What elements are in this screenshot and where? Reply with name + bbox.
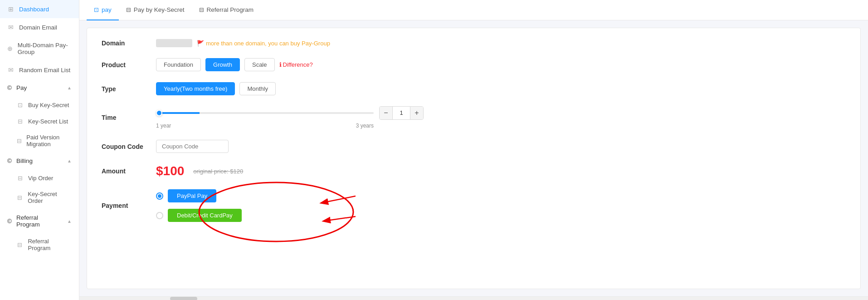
paypal-pay-button[interactable]: PayPal Pay bbox=[168, 189, 216, 202]
payment-row: Payment PayPal Pay Debit/Credit CardPay bbox=[102, 189, 846, 222]
sidebar-group-billing[interactable]: © Billing ▲ bbox=[0, 152, 79, 170]
sidebar-item-label: Multi-Domain Pay-Group bbox=[18, 42, 72, 55]
slider-container: − 1 + 1 year 3 years bbox=[156, 106, 424, 129]
slider-row: − 1 + bbox=[156, 106, 424, 120]
amount-control: $100 original price: $120 bbox=[156, 164, 243, 178]
sidebar-item-key-secret-list[interactable]: ⊟ Key-Secret List bbox=[0, 113, 79, 129]
payment-control: PayPal Pay Debit/Credit CardPay bbox=[156, 189, 242, 222]
coupon-control bbox=[156, 140, 229, 153]
tab-pay-label: pay bbox=[102, 6, 112, 13]
sidebar-item-referral-program[interactable]: ⊟ Referral Program bbox=[0, 233, 79, 256]
domain-email-icon: ✉ bbox=[7, 24, 15, 31]
flag-icon: 🚩 bbox=[197, 40, 204, 47]
pay-group-icon: © bbox=[7, 84, 12, 91]
slider-labels: 1 year 3 years bbox=[156, 123, 374, 129]
sidebar-sub-item-label: Key-Secret Order bbox=[28, 191, 72, 204]
time-slider[interactable] bbox=[156, 112, 374, 114]
key-secret-tab-icon: ⊟ bbox=[126, 6, 131, 13]
stepper-minus-button[interactable]: − bbox=[380, 107, 392, 119]
vip-order-icon: ⊟ bbox=[16, 174, 24, 182]
referral-tab-icon: ⊟ bbox=[199, 6, 204, 13]
difference-label: Difference? bbox=[283, 61, 313, 68]
paypal-radio[interactable] bbox=[156, 192, 163, 200]
sidebar-group-pay[interactable]: © Pay ▲ bbox=[0, 79, 79, 97]
amount-row: Amount $100 original price: $120 bbox=[102, 164, 846, 178]
svg-line-2 bbox=[324, 216, 356, 221]
domain-control: 🚩 more than one domain, you can buy Pay-… bbox=[156, 39, 330, 47]
chevron-up-icon: ▲ bbox=[67, 158, 72, 163]
time-row: Time − 1 + 1 year 3 years bbox=[102, 106, 846, 129]
product-foundation-button[interactable]: Foundation bbox=[156, 58, 201, 71]
amount-original-price: original price: $120 bbox=[193, 168, 243, 175]
type-row: Type Yearly(Two months free) Monthly bbox=[102, 82, 846, 95]
sidebar-item-domain-email[interactable]: ✉ Domain Email bbox=[0, 18, 79, 36]
product-growth-button[interactable]: Growth bbox=[205, 58, 240, 71]
sidebar: ⊞ Dashboard ✉ Domain Email ⊕ Multi-Domai… bbox=[0, 0, 79, 300]
sidebar-item-label: Dashboard bbox=[19, 6, 49, 13]
time-control: − 1 + 1 year 3 years bbox=[156, 106, 424, 129]
type-yearly-button[interactable]: Yearly(Two months free) bbox=[156, 82, 235, 95]
sidebar-sub-item-label: Referral Program bbox=[28, 238, 72, 251]
paypal-option: PayPal Pay bbox=[156, 189, 242, 202]
sidebar-group-label-text: Billing bbox=[16, 157, 33, 164]
domain-link[interactable]: 🚩 more than one domain, you can buy Pay-… bbox=[197, 40, 330, 47]
sidebar-item-label: Domain Email bbox=[19, 24, 57, 31]
type-control: Yearly(Two months free) Monthly bbox=[156, 82, 276, 95]
product-scale-button[interactable]: Scale bbox=[244, 58, 275, 71]
product-control: Foundation Growth Scale ℹ Difference? bbox=[156, 58, 313, 71]
time-label: Time bbox=[102, 114, 156, 121]
horizontal-scrollbar[interactable] bbox=[79, 296, 868, 300]
referral-program-icon: ⊟ bbox=[16, 241, 23, 248]
sidebar-item-vip-order[interactable]: ⊟ Vip Order bbox=[0, 170, 79, 186]
domain-value-blurred bbox=[156, 39, 192, 47]
sidebar-group-label-text: Pay bbox=[16, 84, 27, 91]
sidebar-item-buy-key-secret[interactable]: ⊡ Buy Key-Secret bbox=[0, 97, 79, 113]
coupon-label: Coupon Code bbox=[102, 143, 156, 150]
sidebar-sub-item-label: Buy Key-Secret bbox=[28, 102, 69, 108]
stepper-value: 1 bbox=[392, 107, 410, 119]
payment-options: PayPal Pay Debit/Credit CardPay bbox=[156, 189, 242, 222]
stepper-plus-button[interactable]: + bbox=[410, 107, 423, 119]
sidebar-item-multi-domain[interactable]: ⊕ Multi-Domain Pay-Group bbox=[0, 36, 79, 61]
sidebar-sub-item-label: Key-Secret List bbox=[28, 118, 68, 125]
payment-label: Payment bbox=[102, 202, 156, 209]
tab-pay[interactable]: ⊡ pay bbox=[87, 0, 119, 20]
type-monthly-button[interactable]: Monthly bbox=[239, 82, 276, 95]
scrollbar-thumb[interactable] bbox=[170, 297, 197, 300]
slider-max-label: 3 years bbox=[356, 123, 374, 129]
tab-referral-program[interactable]: ⊟ Referral Program bbox=[192, 0, 261, 20]
sidebar-item-key-secret-order[interactable]: ⊟ Key-Secret Order bbox=[0, 186, 79, 209]
coupon-row: Coupon Code bbox=[102, 140, 846, 153]
tab-bar: ⊡ pay ⊟ Pay by Key-Secret ⊟ Referral Pro… bbox=[79, 0, 868, 20]
main-content: ⊡ pay ⊟ Pay by Key-Secret ⊟ Referral Pro… bbox=[79, 0, 868, 300]
dashboard-icon: ⊞ bbox=[7, 5, 15, 13]
card-pay-button[interactable]: Debit/Credit CardPay bbox=[168, 209, 242, 222]
difference-link[interactable]: ℹ Difference? bbox=[279, 61, 313, 68]
time-stepper: − 1 + bbox=[379, 106, 424, 120]
sidebar-item-random-email[interactable]: ✉ Random Email List bbox=[0, 61, 79, 79]
product-row: Product Foundation Growth Scale ℹ Differ… bbox=[102, 58, 846, 71]
slider-min-label: 1 year bbox=[156, 123, 171, 129]
chevron-up-icon: ▲ bbox=[67, 219, 72, 224]
tab-pay-by-key-secret[interactable]: ⊟ Pay by Key-Secret bbox=[119, 0, 192, 20]
domain-row: Domain 🚩 more than one domain, you can b… bbox=[102, 39, 846, 47]
sidebar-item-label: Random Email List bbox=[19, 67, 70, 74]
paid-version-migration-icon: ⊟ bbox=[16, 137, 22, 144]
sidebar-sub-item-label: Vip Order bbox=[28, 175, 53, 182]
pay-tab-icon: ⊡ bbox=[94, 6, 99, 13]
content-panel: Domain 🚩 more than one domain, you can b… bbox=[87, 28, 861, 289]
product-label: Product bbox=[102, 61, 156, 69]
coupon-input[interactable] bbox=[156, 140, 229, 153]
multi-domain-icon: ⊕ bbox=[7, 45, 13, 52]
type-label: Type bbox=[102, 85, 156, 93]
sidebar-group-referral-program[interactable]: © Referral Program ▲ bbox=[0, 209, 79, 233]
sidebar-group-label-text: Referral Program bbox=[16, 214, 63, 228]
card-radio[interactable] bbox=[156, 212, 163, 219]
key-secret-order-icon: ⊟ bbox=[16, 194, 23, 201]
sidebar-item-paid-version-migration[interactable]: ⊟ Paid Version Migration bbox=[0, 129, 79, 152]
random-email-icon: ✉ bbox=[7, 66, 15, 74]
key-secret-list-icon: ⊟ bbox=[16, 118, 24, 125]
amount-price: $100 bbox=[156, 164, 184, 178]
sidebar-item-dashboard[interactable]: ⊞ Dashboard bbox=[0, 0, 79, 18]
referral-group-icon: © bbox=[7, 218, 12, 225]
